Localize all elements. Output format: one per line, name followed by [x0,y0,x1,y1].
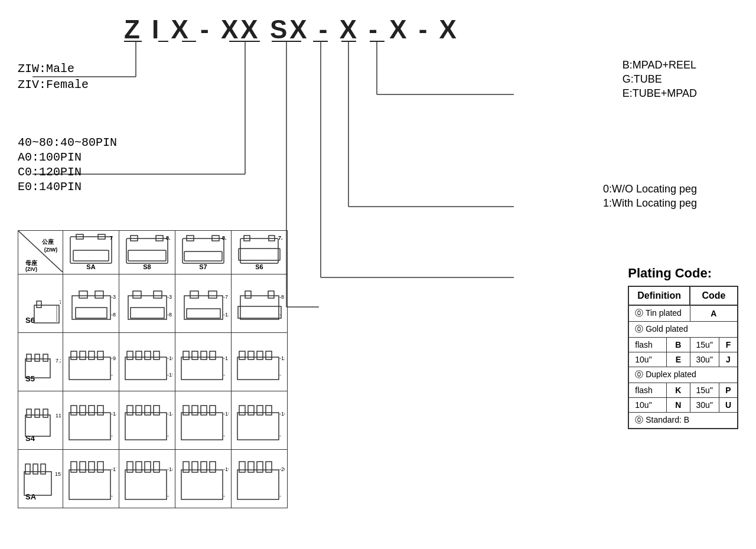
svg-rect-110 [266,351,272,360]
gold-30u-label: 30u" [690,352,719,367]
svg-text:-: - [223,372,225,378]
svg-rect-74 [245,291,251,298]
svg-rect-57 [95,291,103,298]
gold-flash-code: B [667,338,690,352]
plating-row-standard: ⓪ Standard: B [628,413,738,429]
svg-rect-128 [136,406,142,415]
standard-label: ⓪ Standard: B [628,413,738,429]
svg-rect-170 [201,462,207,472]
svg-rect-108 [248,351,254,360]
svg-text:S5: S5 [25,374,35,383]
svg-rect-56 [79,291,87,298]
duplex-flash-code: K [667,383,690,398]
svg-rect-94 [136,351,142,360]
gold-15u-code: F [719,338,738,352]
svg-rect-168 [183,462,189,472]
svg-text:-8.0: -8.0 [111,312,116,318]
plating-row-duplex-flash: flash K 15u" P [628,383,738,398]
svg-text:11.7: 11.7 [56,413,61,419]
svg-rect-169 [192,462,198,472]
svg-rect-151 [41,464,45,474]
svg-text:-: - [279,372,281,378]
svg-rect-163 [145,462,151,472]
svg-text:7.1: 7.1 [278,235,283,241]
svg-text:-: - [279,433,281,439]
plating-row-duplex-10u: 10u" N 30u" U [628,398,738,413]
svg-rect-52 [37,301,41,308]
svg-rect-100 [183,351,189,360]
svg-rect-157 [97,462,103,472]
svg-rect-171 [210,462,216,472]
svg-rect-81 [27,354,31,361]
svg-rect-129 [145,406,151,415]
svg-rect-126 [125,413,167,440]
svg-text:7: 7 [110,235,113,241]
duplex-10u-code: N [667,398,690,413]
svg-rect-114 [25,415,50,436]
duplex-30u-code: U [719,398,738,413]
svg-rect-149 [25,464,30,474]
packaging-b-label: B:MPAD+REEL [623,59,697,71]
pin-e0-label: E0:140PIN [18,180,117,194]
svg-rect-121 [80,406,86,415]
svg-text:-11: -11 [223,355,229,361]
plating-title: Plating Code: [628,266,738,281]
locating-1-label: 1:With Locating peg [603,197,697,210]
svg-rect-175 [239,462,245,472]
svg-rect-176 [248,462,254,472]
plating-table: Definition Code ⓪ Tin plated A ⓪ Gold pl… [628,286,738,429]
svg-rect-167 [181,470,223,499]
svg-rect-87 [80,351,86,360]
svg-text:-8.0: -8.0 [279,294,285,300]
svg-text:S4: S4 [25,434,35,443]
svg-rect-156 [89,462,94,472]
duplex-15u-code: P [719,383,738,398]
svg-rect-109 [257,351,263,360]
plating-header-code: Code [690,286,738,305]
svg-rect-155 [80,462,86,472]
svg-rect-101 [192,351,198,360]
duplex-plated-label: ⓪ Duplex plated [628,367,738,383]
duplex-flash-label: flash [628,383,666,398]
svg-rect-107 [239,351,245,360]
svg-rect-92 [125,357,167,380]
svg-text:S7: S7 [199,263,207,269]
svg-rect-122 [89,406,94,415]
svg-rect-96 [154,351,159,360]
svg-rect-67 [184,296,223,319]
duplex-10u-label: 10u" [628,398,666,413]
svg-rect-62 [133,291,141,298]
svg-text:SA: SA [86,263,95,269]
plating-header-definition: Definition [628,286,690,305]
svg-text:-: - [111,433,113,439]
svg-rect-143 [257,406,263,415]
svg-text:公座: 公座 [41,238,54,245]
svg-rect-99 [181,357,223,380]
gender-female-label: ZIV:Female [18,78,89,92]
svg-text:8.7: 8.7 [166,235,171,241]
svg-rect-29 [73,250,109,261]
svg-rect-177 [257,462,263,472]
svg-rect-35 [128,250,166,261]
svg-rect-117 [43,409,48,417]
plating-row-tin: ⓪ Tin plated A [628,305,738,322]
tin-plated-code: A [690,305,738,322]
svg-rect-70 [187,309,220,318]
svg-rect-44 [240,238,278,263]
svg-text:-15: -15 [167,372,172,378]
svg-rect-89 [97,351,103,360]
gold-10u-code: E [667,352,690,367]
svg-rect-95 [145,351,151,360]
pin-range-label: 40~80:40~80PIN [18,136,117,149]
svg-text:-18.0: -18.0 [167,466,172,472]
svg-rect-154 [71,462,77,472]
svg-text:-: - [167,433,169,439]
svg-text:-7.0: -7.0 [223,294,229,300]
svg-rect-75 [268,291,274,298]
svg-rect-102 [201,351,207,360]
svg-text:S6: S6 [255,263,263,269]
svg-rect-134 [183,406,189,415]
gold-30u-code: J [719,352,738,367]
packaging-g-label: G:TUBE [623,73,697,86]
svg-rect-127 [127,406,133,415]
